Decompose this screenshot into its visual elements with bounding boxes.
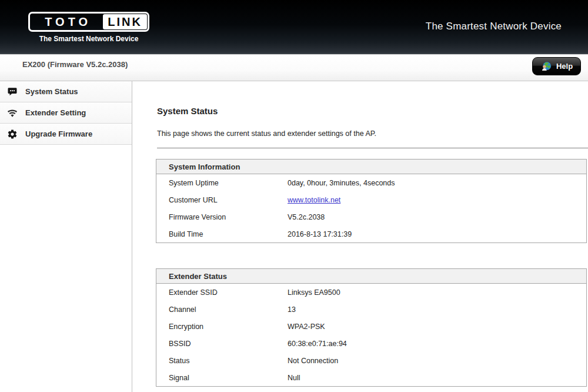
table-row: Firmware Version V5.2c.2038 xyxy=(156,208,586,225)
row-label: Status xyxy=(156,357,288,365)
totolink-logo: TOTO LINK The Smartest Network Device xyxy=(28,12,149,43)
table-body: System Uptime 0day, 0hour, 3minutes, 4se… xyxy=(156,174,586,242)
gear-icon xyxy=(7,129,18,139)
row-label: Extender SSID xyxy=(156,288,288,297)
page-title: System Status xyxy=(157,106,588,116)
row-value: 2016-8-13 17:31:39 xyxy=(288,230,352,238)
table-row: Encryption WPA2-PSK xyxy=(156,318,586,335)
sidebar-item-label: System Status xyxy=(25,87,78,96)
row-label: Build Time xyxy=(156,230,288,238)
sidebar-item-label: Upgrade Firmware xyxy=(25,129,92,138)
row-label: BSSID xyxy=(156,340,288,348)
sidebar: System Status Extender Setting Upgrade F… xyxy=(0,81,132,392)
content-area: System Status This page shows the curren… xyxy=(132,81,588,392)
chat-bubble-icon xyxy=(7,87,18,97)
subheader-bar: EX200 (Firmware V5.2c.2038) Help xyxy=(0,55,588,81)
row-value: 0day, 0hour, 3minutes, 4seconds xyxy=(288,179,395,187)
header-tagline: The Smartest Network Device xyxy=(426,21,562,32)
table-row: System Uptime 0day, 0hour, 3minutes, 4se… xyxy=(156,174,586,191)
row-value: Not Connection xyxy=(288,357,338,365)
logo-tagline: The Smartest Network Device xyxy=(28,35,149,43)
extender-status-table: Extender Status Extender SSID Linksys EA… xyxy=(156,268,587,387)
page-description: This page shows the current status and e… xyxy=(157,129,588,138)
row-label: Firmware Version xyxy=(156,213,288,221)
sidebar-item-system-status[interactable]: System Status xyxy=(0,81,132,102)
customer-url-link[interactable]: www.totolink.net xyxy=(288,196,340,204)
table-title: Extender Status xyxy=(156,269,586,284)
help-button-label: Help xyxy=(556,62,573,71)
sidebar-item-extender-setting[interactable]: Extender Setting xyxy=(0,102,132,124)
globe-person-icon xyxy=(540,61,552,72)
top-header: TOTO LINK The Smartest Network Device Th… xyxy=(0,0,588,55)
table-row: Extender SSID Linksys EA9500 xyxy=(156,284,586,301)
row-value: 13 xyxy=(288,305,296,314)
wifi-icon xyxy=(7,108,18,118)
table-row: Customer URL www.totolink.net xyxy=(156,191,586,208)
row-value: WPA2-PSK xyxy=(288,323,325,331)
sidebar-item-upgrade-firmware[interactable]: Upgrade Firmware xyxy=(0,124,132,145)
logo-text-link: LINK xyxy=(103,14,147,29)
table-row: Status Not Connection xyxy=(156,352,586,369)
row-label: System Uptime xyxy=(156,179,288,187)
sidebar-item-label: Extender Setting xyxy=(25,108,86,117)
table-row: Channel 13 xyxy=(156,301,586,318)
row-value: 60:38:e0:71:ae:94 xyxy=(288,340,347,348)
table-row: Signal Null xyxy=(156,369,586,386)
main-row: System Status Extender Setting Upgrade F… xyxy=(0,81,588,392)
divider xyxy=(157,148,588,148)
row-label: Customer URL xyxy=(156,196,288,204)
logo-box: TOTO LINK xyxy=(28,12,149,32)
table-body: Extender SSID Linksys EA9500 Channel 13 … xyxy=(156,284,586,386)
table-title: System Information xyxy=(156,160,586,174)
system-information-table: System Information System Uptime 0day, 0… xyxy=(156,159,587,243)
table-row: Build Time 2016-8-13 17:31:39 xyxy=(156,225,586,242)
row-label: Signal xyxy=(156,374,288,382)
logo-text-toto: TOTO xyxy=(30,14,102,30)
row-label: Channel xyxy=(156,305,288,314)
row-value: www.totolink.net xyxy=(288,196,340,204)
row-value: Linksys EA9500 xyxy=(288,288,340,297)
row-label: Encryption xyxy=(156,323,288,331)
device-title: EX200 (Firmware V5.2c.2038) xyxy=(22,60,128,69)
row-value: V5.2c.2038 xyxy=(288,213,325,221)
table-row: BSSID 60:38:e0:71:ae:94 xyxy=(156,335,586,352)
row-value: Null xyxy=(288,374,300,382)
help-button[interactable]: Help xyxy=(532,57,581,75)
